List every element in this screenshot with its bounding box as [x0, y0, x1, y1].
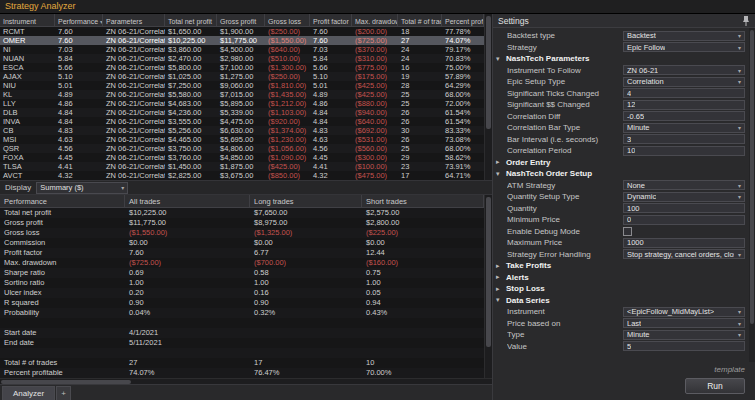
section-label: NashTech Order Setup: [506, 169, 592, 178]
scrollbar-thumb[interactable]: [750, 30, 754, 324]
settings-section-data-series[interactable]: ▾Data Series: [493, 295, 755, 307]
column-header-profit-factor[interactable]: Profit factor: [310, 14, 352, 26]
scrollbar-thumb[interactable]: [1, 380, 131, 384]
summary-column-header-short-trades[interactable]: Short trades: [362, 195, 484, 207]
setting-correlation-diff: Correlation Diff-0.65: [493, 111, 755, 123]
display-bar: Display Summary ($) ▾: [0, 180, 492, 195]
instrument-row-qsr[interactable]: QSR4.56ZN 06-21/Correlati$3,750.00$4,806…: [0, 144, 484, 153]
column-header-parameters[interactable]: Parameters: [103, 14, 165, 26]
instrument-row-nuan[interactable]: NUAN5.84ZN 06-21/Correlati$2,470.00$2,98…: [0, 54, 484, 63]
instrument-row-lly[interactable]: LLY4.86ZN 06-21/Correlati$4,683.00$5,895…: [0, 99, 484, 108]
settings-section-nashtech-parameters[interactable]: ▾NashTech Parameters: [493, 53, 755, 65]
tab-analyzer[interactable]: Analyzer: [2, 386, 55, 400]
checkbox[interactable]: [623, 227, 632, 236]
setting-input[interactable]: 100: [623, 203, 745, 213]
cell: $7,015.00: [217, 90, 265, 99]
setting-input[interactable]: 0: [623, 215, 745, 225]
horizontal-scrollbar[interactable]: [0, 378, 492, 384]
setting-dropdown[interactable]: Epic Follow▾: [623, 42, 745, 52]
column-header-instrument[interactable]: Instrument: [0, 14, 55, 26]
cell: 26: [398, 117, 442, 126]
column-header-gross-profit[interactable]: Gross profit: [217, 14, 265, 26]
cell: $4,500.00: [217, 45, 265, 54]
cell: ($1,230.00): [265, 135, 310, 144]
cell: $7,650.00: [250, 208, 362, 218]
setting-dropdown[interactable]: Last▾: [623, 318, 745, 328]
settings-section-stop-loss[interactable]: ▸Stop Loss: [493, 283, 755, 295]
scrollbar-thumb[interactable]: [486, 197, 491, 347]
instruments-scrollbar[interactable]: [484, 14, 492, 180]
cell: 0.43%: [362, 308, 484, 318]
cell: ($300.00): [352, 153, 398, 162]
column-header-total-net-profit[interactable]: Total net profit: [165, 14, 217, 26]
setting-dropdown[interactable]: None▾: [623, 180, 745, 190]
cell: ZN 06-21/Correlati: [103, 54, 165, 63]
display-dropdown[interactable]: Summary ($) ▾: [36, 182, 128, 194]
setting-dropdown[interactable]: Minute▾: [623, 330, 745, 340]
settings-scrollbar[interactable]: [749, 28, 755, 362]
setting-input[interactable]: 3: [623, 134, 745, 144]
cell: 7.60: [55, 36, 103, 45]
setting-dropdown[interactable]: Backtest▾: [623, 31, 745, 41]
summary-scrollbar[interactable]: [484, 195, 492, 378]
summary-column-header-all-trades[interactable]: All trades: [125, 195, 250, 207]
cell: TLSA: [0, 162, 55, 171]
template-link[interactable]: template: [714, 365, 745, 374]
instrument-row-niu[interactable]: NIU5.01ZN 06-21/Correlati$7,250.00$9,060…: [0, 81, 484, 90]
run-button[interactable]: Run: [685, 378, 745, 394]
cell: ($510.00): [265, 54, 310, 63]
cell: ZN 06-21/Correlati: [103, 45, 165, 54]
instrument-row-dlb[interactable]: DLB4.84ZN 06-21/Correlati$4,236.00$5,339…: [0, 108, 484, 117]
pin-icon[interactable]: [742, 16, 750, 26]
setting-dropdown[interactable]: Stop strategy, cancel orders, close pos.…: [623, 249, 745, 259]
settings-section-alerts[interactable]: ▸Alerts: [493, 272, 755, 284]
instrument-row-rcmt[interactable]: RCMT7.60ZN 06-21/Correlati$1,650.00$1,90…: [0, 27, 484, 36]
summary-column-header-long-trades[interactable]: Long trades: [250, 195, 362, 207]
setting-input[interactable]: -0.65: [623, 111, 745, 121]
instrument-row-inva[interactable]: INVA4.84ZN 06-21/Correlati$3,555.00$4,47…: [0, 117, 484, 126]
settings-section-order-entry[interactable]: ▸Order Entry: [493, 157, 755, 169]
cell: 70.83%: [442, 54, 484, 63]
instrument-row-kl[interactable]: KL4.89ZN 06-21/Correlati$5,580.00$7,015.…: [0, 90, 484, 99]
setting-input[interactable]: 1000: [623, 238, 745, 248]
instrument-row-cb[interactable]: CB4.83ZN 06-21/Correlati$5,256.00$6,630.…: [0, 126, 484, 135]
setting-label: Epic Setup Type: [507, 77, 623, 86]
setting-dropdown[interactable]: Minute▾: [623, 123, 745, 133]
instrument-row-tlsa[interactable]: TLSA4.41ZN 06-21/Correlati$1,450.00$1,87…: [0, 162, 484, 171]
setting-dropdown[interactable]: Dynamic▾: [623, 192, 745, 202]
cell: 24: [398, 45, 442, 54]
setting-input[interactable]: 5: [623, 341, 745, 351]
setting-value: Epic Follow: [627, 43, 665, 52]
setting-input[interactable]: 10: [623, 146, 745, 156]
cell: ($1,810.00): [265, 81, 310, 90]
cell: 0.90: [250, 298, 362, 308]
setting-input[interactable]: 4: [623, 88, 745, 98]
cell: ($370.00): [352, 45, 398, 54]
setting-dropdown[interactable]: Correlation▾: [623, 77, 745, 87]
instrument-row-msi[interactable]: MSI4.63ZN 06-21/Correlati$4,465.00$5,695…: [0, 135, 484, 144]
add-tab-button[interactable]: +: [56, 386, 71, 400]
instrument-row-avct[interactable]: AVCT4.32ZN 06-21/Correlati$2,825.00$3,67…: [0, 171, 484, 180]
chevron-down-icon: ▾: [738, 320, 741, 327]
cell: $2,800.00: [362, 218, 484, 228]
setting-type: TypeMinute▾: [493, 329, 755, 341]
setting-dropdown[interactable]: <EpicFollow_MidMayList>▾: [623, 307, 745, 317]
settings-section-nashtech-order-setup[interactable]: ▾NashTech Order Setup: [493, 168, 755, 180]
column-header-performance[interactable]: Performance▾: [55, 14, 103, 26]
scrollbar-thumb[interactable]: [486, 16, 491, 129]
settings-section-take-profits[interactable]: ▸Take Profits: [493, 260, 755, 272]
instrument-row-omer[interactable]: OMER7.60ZN 06-21/Correlati$10,225.00$11,…: [0, 36, 484, 45]
instrument-row-foxa[interactable]: FOXA4.45ZN 06-21/Correlati$3,760.00$4,85…: [0, 153, 484, 162]
instrument-row-ajax[interactable]: AJAX5.10ZN 06-21/Correlati$1,025.00$1,27…: [0, 72, 484, 81]
setting-input[interactable]: 12: [623, 100, 745, 110]
setting-value: 3: [627, 135, 631, 144]
summary-column-header-performance[interactable]: Performance: [0, 195, 125, 207]
instrument-row-ni[interactable]: NI7.03ZN 06-21/Correlati$3,860.00$4,500.…: [0, 45, 484, 54]
column-header-percent-profita[interactable]: Percent profita: [442, 14, 484, 26]
column-header-max-drawdow[interactable]: Max. drawdow: [352, 14, 398, 26]
setting-label: Maximum Price: [507, 238, 623, 247]
instrument-row-esca[interactable]: ESCA5.66ZN 06-21/Correlati$5,800.00$7,10…: [0, 63, 484, 72]
column-header-gross-loss[interactable]: Gross loss: [265, 14, 310, 26]
setting-dropdown[interactable]: ZN 06-21▾: [623, 65, 745, 75]
column-header-total-of-trade[interactable]: Total # of trade: [398, 14, 442, 26]
